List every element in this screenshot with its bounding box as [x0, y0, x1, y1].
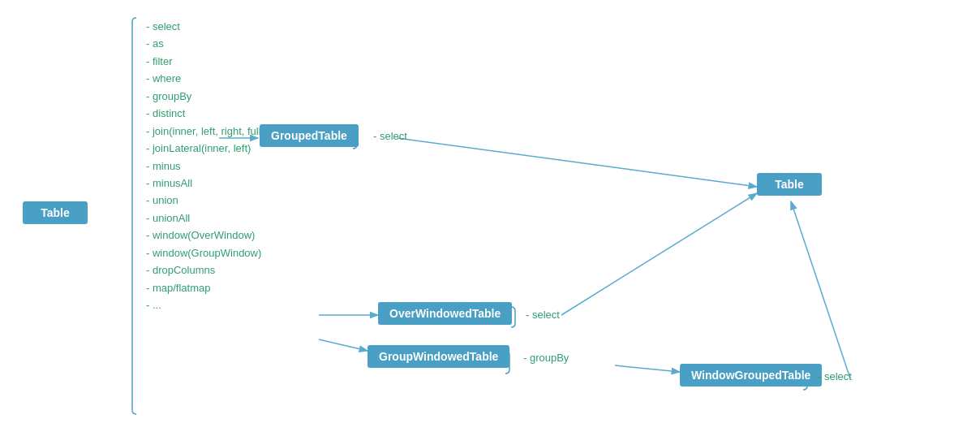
list-item-groupby: - groupBy: [146, 88, 264, 105]
list-item-union: - union: [146, 192, 264, 209]
list-item-joinlateral: - joinLateral(inner, left): [146, 140, 264, 157]
list-item-minusall: - minusAll: [146, 175, 264, 192]
table-main-node: Table: [23, 201, 88, 224]
svg-line-6: [791, 201, 850, 378]
list-item-ellipsis: - ...: [146, 296, 264, 313]
svg-line-1: [398, 138, 757, 187]
list-item-unionall: - unionAll: [146, 210, 264, 227]
over-windowed-select-text: - select: [526, 306, 560, 323]
window-grouped-table-node: WindowGroupedTable: [680, 364, 822, 387]
list-item-select: - select: [146, 18, 264, 35]
list-item-filter: - filter: [146, 53, 264, 70]
grouped-select-text: - select: [373, 127, 407, 145]
list-item-mapflatmap: - map/flatmap: [146, 279, 264, 296]
group-windowed-groupby-text: - groupBy: [523, 349, 569, 366]
svg-line-3: [319, 339, 368, 351]
svg-line-5: [615, 365, 680, 372]
list-item-where: - where: [146, 70, 264, 87]
list-item-distinct: - distinct: [146, 105, 264, 122]
grouped-table-node: GroupedTable: [260, 124, 359, 147]
over-windowed-table-node: OverWindowedTable: [378, 302, 512, 325]
list-item-window-over: - window(OverWindow): [146, 227, 264, 244]
list-item-join: - join(inner, left, right, full): [146, 123, 264, 140]
list-item-window-group: - window(GroupWindow): [146, 244, 264, 261]
list-item-as: - as: [146, 35, 264, 52]
diagram-container: Table - select - as - filter - where - g…: [0, 0, 980, 432]
over-windowed-list-item-select: - select: [526, 306, 560, 323]
list-item-dropcolumns: - dropColumns: [146, 261, 264, 279]
window-grouped-select-text: - select: [818, 368, 852, 385]
group-windowed-table-node: GroupWindowedTable: [368, 345, 509, 368]
group-windowed-list-item-groupby: - groupBy: [523, 349, 569, 366]
list-item-minus: - minus: [146, 158, 264, 175]
grouped-list-item-select: - select: [373, 127, 407, 145]
table-right-node: Table: [757, 173, 822, 196]
main-method-list: - select - as - filter - where - groupBy…: [146, 18, 264, 313]
window-grouped-list-item-select: - select: [818, 368, 852, 385]
svg-line-4: [561, 193, 757, 315]
